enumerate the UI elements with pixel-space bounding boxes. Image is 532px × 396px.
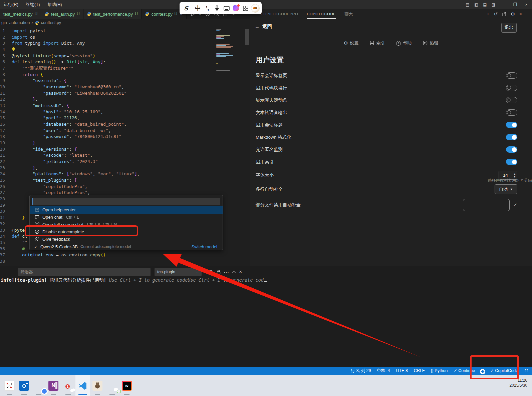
toggle-允许匿名监测[interactable] [506, 146, 517, 153]
taskbar-app-chrome[interactable] [31, 375, 46, 396]
menu-item-open-help-center[interactable]: ?Open help center [30, 206, 223, 214]
status-✓ CopilotCode[interactable]: ✓ CopilotCode [487, 367, 521, 375]
settings-gear-icon[interactable]: ⚙ [511, 11, 515, 17]
taskbar-app-wechat[interactable] [105, 375, 119, 396]
setting-row: Markdown 格式化 [256, 134, 517, 141]
status-CRLF[interactable]: CRLF [411, 367, 428, 375]
close-panel-icon[interactable]: × [239, 269, 242, 275]
exit-button[interactable]: 退出 [501, 23, 517, 33]
terminal-icons: ⋯ × [209, 268, 242, 276]
menu-search-input[interactable] [32, 198, 220, 205]
toggle-显示聊天滚动条[interactable] [506, 97, 517, 103]
taskbar-app-lanxin[interactable] [2, 375, 17, 396]
continue-logo-icon[interactable] [480, 369, 485, 374]
more-icon[interactable]: ⋯ [224, 269, 229, 275]
toggle-panel-icon[interactable]: ⬓ [481, 2, 489, 7]
task-dropdown[interactable]: tca-plugin ⌄ [155, 268, 202, 276]
line-content: "ide_versions": { [5, 146, 77, 153]
notifications-icon[interactable] [524, 369, 529, 373]
nav-设置[interactable]: ⚙设置 [344, 40, 359, 46]
back-label: 返回 [262, 23, 272, 30]
close-button[interactable]: × [521, 0, 532, 9]
customize-layout-icon[interactable]: ▤ [463, 2, 472, 7]
editor-scrollbar[interactable] [245, 29, 249, 45]
menu-item-open-chat[interactable]: Open chatCtrl + L [30, 214, 223, 221]
nav-索引[interactable]: 索引 [370, 40, 385, 46]
open-in-editor-icon[interactable] [502, 12, 506, 16]
skin-palette-icon[interactable] [232, 3, 241, 13]
breadcrumb[interactable]: gin_automation › conftest.py [0, 19, 250, 27]
microphone-icon[interactable] [213, 3, 222, 13]
stepper-arrows[interactable]: ▲▼ [512, 172, 517, 178]
toggle-启用会话标题[interactable] [506, 122, 517, 128]
sogou-logo-icon[interactable]: S [182, 3, 191, 13]
toggle-Markdown 格式化[interactable] [506, 134, 517, 140]
status-UTF-8[interactable]: UTF-8 [393, 367, 411, 375]
minimize-button[interactable]: – [498, 0, 509, 9]
multiline-autocomplete-select[interactable]: 自动▼ [495, 184, 517, 194]
tab-test_performance.py[interactable]: test_performance.pyU [83, 9, 142, 19]
gear-icon: ⚙ [344, 40, 348, 46]
status-空格: 4[interactable]: 空格: 4 [374, 367, 393, 375]
clear-output-icon[interactable] [209, 270, 214, 274]
taskbar-app-vscode[interactable] [75, 375, 90, 396]
chinese-mode-icon[interactable]: 中 [194, 3, 203, 13]
minimap[interactable] [216, 29, 234, 72]
toggle-启用代码块换行[interactable] [506, 85, 517, 91]
line-content: "password": "784800b121a31c8f" [5, 134, 121, 140]
toggle-启用索引[interactable] [506, 159, 517, 165]
status-行 3, 列 29[interactable]: 行 3, 列 29 [348, 367, 374, 375]
check-icon[interactable]: ✓ [513, 202, 517, 208]
toggle-文本转语音输出[interactable] [506, 109, 517, 116]
punctuation-icon[interactable]: ’, [203, 3, 212, 13]
taskbar-clock[interactable]: 11:26 2025/5/30 [510, 378, 527, 388]
status-✓ Continue[interactable]: ✓ Continue [451, 367, 478, 375]
nav-帮助[interactable]: ?帮助 [396, 40, 412, 46]
menu-帮助(H)[interactable]: 帮助(H) [44, 0, 66, 9]
nav-label: 设置 [350, 40, 358, 46]
line-number: 2 [0, 34, 5, 41]
toolbox-grid-icon[interactable] [241, 3, 250, 13]
toggle-显示会话标签页[interactable] [506, 72, 517, 79]
menu-item-give-feedback[interactable]: Give feedback [30, 235, 223, 243]
disable-files-input[interactable] [463, 199, 510, 211]
taskbar-app-onenote[interactable]: N [46, 375, 61, 396]
taskbar-app-browser-360[interactable]: 1 [61, 375, 75, 396]
taskbar-app-intellij[interactable]: IU [119, 375, 134, 396]
code-line: 6def test_config() -> Dict[str, Any]: [0, 59, 140, 65]
menu-item-disable-autocomplete[interactable]: Disable autocomplete [30, 228, 223, 235]
panel-tab-COPILOTCODEPRO[interactable]: COPILOTCODEPRO [261, 9, 298, 19]
code-line: 21 "vscode": "latest", [0, 152, 140, 159]
panel-tab-聊天[interactable]: 聊天 [344, 9, 353, 19]
emoji-sticker-icon[interactable] [251, 3, 260, 13]
maximize-panel-icon[interactable] [232, 271, 236, 273]
tab-test_metrics.py[interactable]: test_metrics.pyU [0, 9, 41, 19]
status-{} Python[interactable]: {} Python [428, 367, 451, 375]
toggle-sidebar-icon[interactable]: ◧ [472, 2, 481, 7]
line-content: "platforms": ["windows", "mac", "linux"]… [5, 171, 140, 177]
breadcrumb-folder[interactable]: gin_automation [1, 20, 30, 25]
restore-button[interactable]: ❐ [509, 0, 521, 9]
taskbar-app-dbeaver[interactable] [90, 375, 105, 396]
toggle-knob [512, 135, 517, 140]
line-number: 19 [0, 140, 5, 146]
line-number: 25 [0, 177, 5, 184]
taskbar-app-outlook[interactable]: O [17, 375, 31, 396]
nav-热键[interactable]: 热键 [423, 40, 438, 46]
switch-model-link[interactable]: Switch model [192, 244, 217, 249]
line-number: 9 [0, 78, 5, 84]
history-icon[interactable]: ↺ [494, 11, 498, 17]
back-button[interactable]: ← 返回 [255, 23, 272, 30]
soft-keyboard-icon[interactable] [222, 3, 231, 13]
breadcrumb-file[interactable]: conftest.py [41, 20, 61, 25]
menu-终端(T)[interactable]: 终端(T) [22, 0, 44, 9]
lock-scroll-icon[interactable] [217, 270, 221, 274]
panel-tab-COPILOTCODE[interactable]: COPILOTCODE [307, 9, 336, 19]
tab-test_auth.py[interactable]: test_auth.pyU [41, 9, 83, 19]
filter-input[interactable]: 筛选器 [18, 268, 151, 276]
menu-运行(R)[interactable]: 运行(R) [0, 0, 22, 9]
toggle-secondary-sidebar-icon[interactable]: ◨ [489, 2, 498, 7]
menu-item-open-full-screen-chat[interactable]: Open full screen chatCtrl + K, Ctrl + M [30, 221, 223, 228]
panel-close-icon[interactable]: × [519, 11, 522, 17]
add-icon[interactable]: + [487, 11, 489, 17]
